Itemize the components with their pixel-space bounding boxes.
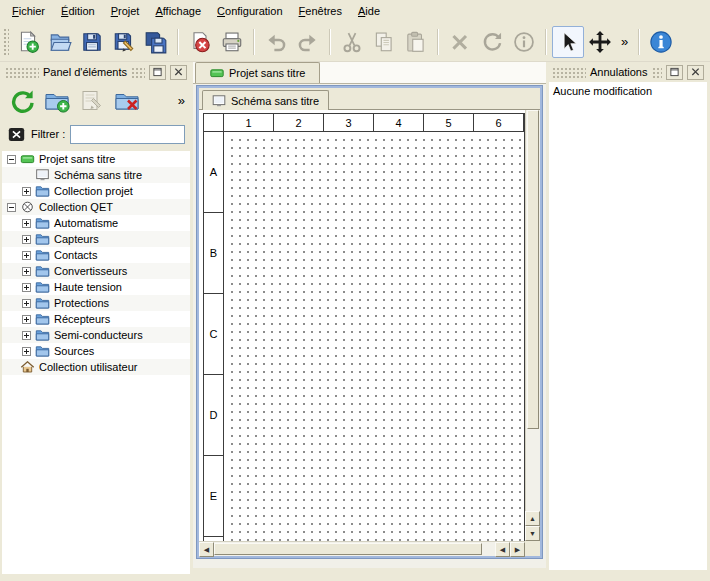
delete-element-icon xyxy=(114,88,140,114)
delete-button[interactable] xyxy=(444,26,476,58)
save-button[interactable] xyxy=(76,26,108,58)
new-document-button[interactable] xyxy=(12,26,44,58)
tree-item-collection-qet[interactable]: Collection QET xyxy=(2,199,190,215)
reload-collections-button[interactable] xyxy=(6,85,38,117)
redo-button[interactable] xyxy=(292,26,324,58)
tab-project[interactable]: Projet sans titre xyxy=(195,62,320,83)
menu-aide[interactable]: Aide xyxy=(350,1,388,21)
move-mode-button[interactable] xyxy=(584,26,616,58)
tree-item-convertisseurs[interactable]: Convertisseurs xyxy=(2,263,190,279)
menu-configuration[interactable]: Configuration xyxy=(209,1,290,21)
close-panel-button[interactable] xyxy=(170,65,187,80)
tree-item-projet-sans-titre[interactable]: Projet sans titre xyxy=(2,151,190,167)
toolbar-drag-handle[interactable] xyxy=(3,28,9,56)
dock-drag-handle[interactable] xyxy=(5,67,39,78)
scroll-right-button[interactable]: ▶ xyxy=(510,542,525,557)
qet-collection-icon xyxy=(20,201,35,213)
dock-drag-handle[interactable] xyxy=(131,67,145,78)
toolbar-overflow-button[interactable]: » xyxy=(616,34,633,49)
tree-item-recepteurs[interactable]: Récepteurs xyxy=(2,311,190,327)
cut-icon xyxy=(340,30,364,54)
horizontal-scrollbar-thumb[interactable] xyxy=(214,543,482,555)
about-icon xyxy=(649,30,673,54)
paste-button[interactable] xyxy=(400,26,432,58)
cut-button[interactable] xyxy=(336,26,368,58)
print-button[interactable] xyxy=(216,26,248,58)
menu-fenetres[interactable]: Fenêtres xyxy=(291,1,350,21)
expand-expander-icon[interactable] xyxy=(22,299,31,308)
new-element-button[interactable] xyxy=(41,85,73,117)
scroll-up-icon: ▲ xyxy=(529,515,536,522)
about-button[interactable] xyxy=(645,26,677,58)
tree-item-semi-conducteurs[interactable]: Semi-conducteurs xyxy=(2,327,190,343)
schema-canvas[interactable]: 123456 ABCDE xyxy=(199,110,525,541)
expand-expander-icon[interactable] xyxy=(22,251,31,260)
save-as-button[interactable] xyxy=(108,26,140,58)
scroll-left-button[interactable]: ◀ xyxy=(199,542,214,557)
schema-subwindow: Schéma sans titre 123456 ABCDE xyxy=(197,86,542,558)
vertical-scrollbar[interactable]: ▲ ▼ xyxy=(525,110,540,541)
open-document-icon xyxy=(48,30,72,54)
dock-drag-handle[interactable] xyxy=(552,67,586,78)
tree-item-label: Collection utilisateur xyxy=(39,361,141,373)
menu-edition[interactable]: Édition xyxy=(53,1,103,21)
schema-icon xyxy=(212,95,226,107)
tree-item-schema-sans-titre[interactable]: Schéma sans titre xyxy=(2,167,190,183)
vertical-scrollbar-thumb[interactable] xyxy=(527,110,539,429)
toolbar-separator xyxy=(437,29,439,55)
float-panel-button[interactable] xyxy=(666,65,683,80)
undo-button[interactable] xyxy=(260,26,292,58)
copy-button[interactable] xyxy=(368,26,400,58)
expand-expander-icon[interactable] xyxy=(22,267,31,276)
menu-affichage[interactable]: Affichage xyxy=(147,1,209,21)
dock-drag-handle[interactable] xyxy=(652,67,663,78)
horizontal-scrollbar[interactable]: ◀ ◀ ▶ xyxy=(199,541,525,556)
edit-element-button[interactable] xyxy=(76,85,108,117)
expand-expander-icon[interactable] xyxy=(22,219,31,228)
tree-item-label: Sources xyxy=(54,345,98,357)
tree-item-collection-utilisateur[interactable]: Collection utilisateur xyxy=(2,359,190,375)
row-header: C xyxy=(204,294,224,375)
tree-item-capteurs[interactable]: Capteurs xyxy=(2,231,190,247)
close-document-button[interactable] xyxy=(184,26,216,58)
expand-expander-icon[interactable] xyxy=(22,315,31,324)
collapse-expander-icon[interactable] xyxy=(7,155,16,164)
delete-element-button[interactable] xyxy=(111,85,143,117)
clear-filter-button[interactable] xyxy=(7,126,26,142)
qelectrotech-window: FichierÉditionProjetAffichageConfigurati… xyxy=(0,0,710,581)
tree-item-haute-tension[interactable]: Haute tension xyxy=(2,279,190,295)
expand-expander-icon[interactable] xyxy=(22,235,31,244)
tab-schema[interactable]: Schéma sans titre xyxy=(202,90,329,110)
scroll-left-button-2[interactable]: ◀ xyxy=(495,542,510,557)
scroll-down-button[interactable]: ▼ xyxy=(525,526,540,541)
open-document-button[interactable] xyxy=(44,26,76,58)
expand-expander-icon[interactable] xyxy=(22,347,31,356)
expand-expander-icon[interactable] xyxy=(22,331,31,340)
expand-expander-icon[interactable] xyxy=(22,283,31,292)
tree-item-protections[interactable]: Protections xyxy=(2,295,190,311)
dot-grid[interactable] xyxy=(225,133,525,541)
select-mode-button[interactable] xyxy=(552,26,584,58)
tree-item-collection-projet[interactable]: Collection projet xyxy=(2,183,190,199)
info-button[interactable] xyxy=(508,26,540,58)
save-all-button[interactable] xyxy=(140,26,172,58)
menu-projet[interactable]: Projet xyxy=(103,1,148,21)
folder-icon xyxy=(35,345,50,357)
edit-element-icon xyxy=(79,88,105,114)
scroll-up-button[interactable]: ▲ xyxy=(525,511,540,526)
tree-item-contacts[interactable]: Contacts xyxy=(2,247,190,263)
rotate-button[interactable] xyxy=(476,26,508,58)
project-icon xyxy=(20,153,35,165)
expand-expander-icon[interactable] xyxy=(22,187,31,196)
float-panel-button[interactable] xyxy=(149,65,166,80)
tree-item-label: Récepteurs xyxy=(54,313,114,325)
undo-icon xyxy=(264,30,288,54)
tree-item-sources[interactable]: Sources xyxy=(2,343,190,359)
close-panel-button[interactable] xyxy=(687,65,704,80)
schema-tabbar: Schéma sans titre xyxy=(199,88,540,110)
menu-fichier[interactable]: Fichier xyxy=(4,1,53,21)
filter-input[interactable] xyxy=(70,125,185,144)
elements-toolbar-overflow-button[interactable]: » xyxy=(178,93,185,108)
collapse-expander-icon[interactable] xyxy=(7,203,16,212)
tree-item-automatisme[interactable]: Automatisme xyxy=(2,215,190,231)
